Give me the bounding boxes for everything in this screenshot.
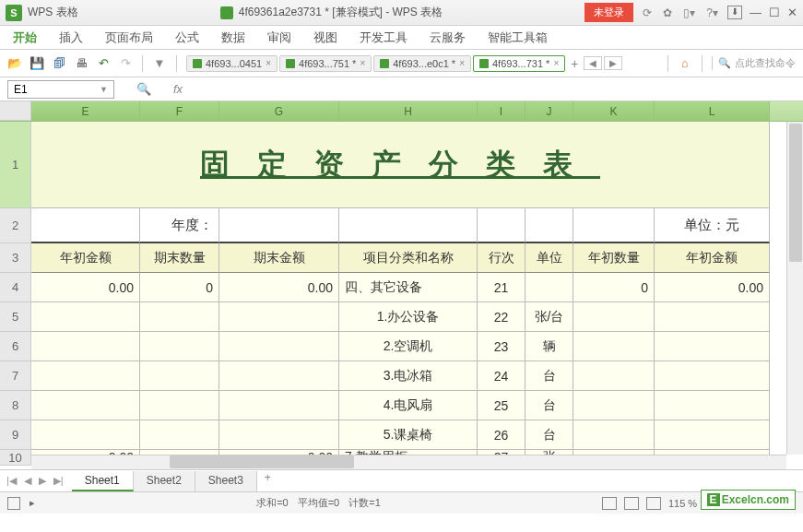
row-header-2[interactable]: 2 xyxy=(0,208,31,243)
header-H[interactable]: 项目分类和名称 xyxy=(339,243,478,273)
cell-E5[interactable] xyxy=(31,302,140,332)
cell-G2[interactable] xyxy=(219,208,339,243)
header-I[interactable]: 行次 xyxy=(478,243,525,273)
cell-F9[interactable] xyxy=(140,420,219,450)
row-header-8[interactable]: 8 xyxy=(0,391,31,420)
help-icon[interactable]: ?▾ xyxy=(706,6,718,19)
col-header-H[interactable]: H xyxy=(339,101,478,121)
view-page-icon[interactable] xyxy=(646,497,661,510)
sheet-nav-last-icon[interactable]: ▶| xyxy=(51,475,66,487)
header-J[interactable]: 单位 xyxy=(525,243,573,273)
header-K[interactable]: 年初数量 xyxy=(573,243,655,273)
login-badge[interactable]: 未登录 xyxy=(585,3,633,22)
name-box[interactable]: E1 ▼ xyxy=(7,80,114,99)
search-fx-icon[interactable]: 🔍 xyxy=(136,82,151,96)
sheet-tab-1[interactable]: Sheet1 xyxy=(72,471,134,491)
cell-H8[interactable]: 4.电风扇 xyxy=(339,391,478,420)
cell-K7[interactable] xyxy=(573,361,655,391)
dropdown-icon[interactable]: ▼ xyxy=(152,56,167,71)
cell-I4[interactable]: 21 xyxy=(478,273,525,302)
scrollbar-thumb[interactable] xyxy=(170,455,354,468)
view-layout-icon[interactable] xyxy=(624,497,639,510)
menu-tools[interactable]: 智能工具箱 xyxy=(488,30,548,46)
cell-K5[interactable] xyxy=(573,302,655,332)
sync-icon[interactable]: ⟳ xyxy=(643,6,652,19)
cell-I6[interactable]: 23 xyxy=(478,332,525,361)
cell-F6[interactable] xyxy=(140,332,219,361)
cell-J4[interactable] xyxy=(525,273,573,302)
cell-F8[interactable] xyxy=(140,391,219,420)
cell-L9[interactable] xyxy=(655,420,770,450)
gear-icon[interactable]: ✿ xyxy=(663,6,672,19)
doc-tab[interactable]: 4f693...e0c1 *× xyxy=(373,55,471,72)
grid-icon[interactable] xyxy=(7,497,20,510)
view-normal-icon[interactable] xyxy=(602,497,617,510)
row-header-3[interactable]: 3 xyxy=(0,243,31,273)
col-header-G[interactable]: G xyxy=(219,101,339,121)
cell-G4[interactable]: 0.00 xyxy=(219,273,339,302)
cell-K6[interactable] xyxy=(573,332,655,361)
row-header-7[interactable]: 7 xyxy=(0,361,31,391)
spreadsheet-grid[interactable]: E F G H I J K L 1 固定资产分类表 2 年度： 单位：元 3 年… xyxy=(0,101,803,469)
row-header-10[interactable]: 10 xyxy=(0,450,31,466)
col-header-F[interactable]: F xyxy=(140,101,219,121)
cell-G7[interactable] xyxy=(219,361,339,391)
col-header-E[interactable]: E xyxy=(31,101,140,121)
tab-close-icon[interactable]: × xyxy=(459,58,465,68)
minimize-button[interactable]: — xyxy=(750,6,762,19)
cell-F2[interactable]: 年度： xyxy=(140,208,219,243)
cell-L7[interactable] xyxy=(655,361,770,391)
tab-prev-icon[interactable]: ◀ xyxy=(584,56,602,70)
cell-I5[interactable]: 22 xyxy=(478,302,525,332)
cell-E9[interactable] xyxy=(31,420,140,450)
menu-cloud[interactable]: 云服务 xyxy=(430,30,466,46)
cell-K9[interactable] xyxy=(573,420,655,450)
header-G[interactable]: 期末金额 xyxy=(219,243,339,273)
row-header-5[interactable]: 5 xyxy=(0,302,31,332)
cell-L5[interactable] xyxy=(655,302,770,332)
cell-J9[interactable]: 台 xyxy=(525,420,573,450)
cell-J5[interactable]: 张/台 xyxy=(525,302,573,332)
cell-G5[interactable] xyxy=(219,302,339,332)
undo-icon[interactable]: ↶ xyxy=(96,56,111,71)
cell-G9[interactable] xyxy=(219,420,339,450)
cell-I9[interactable]: 26 xyxy=(478,420,525,450)
cell-G8[interactable] xyxy=(219,391,339,420)
doc-tab[interactable]: 4f693...0451× xyxy=(186,55,278,72)
menu-view[interactable]: 视图 xyxy=(313,30,337,46)
header-F[interactable]: 期末数量 xyxy=(140,243,219,273)
row-header-4[interactable]: 4 xyxy=(0,273,31,302)
cell-E4[interactable]: 0.00 xyxy=(31,273,140,302)
sheet-tab-3[interactable]: Sheet3 xyxy=(195,471,257,491)
cell-I7[interactable]: 24 xyxy=(478,361,525,391)
sheet-nav-first-icon[interactable]: |◀ xyxy=(4,475,19,487)
col-header-L[interactable]: L xyxy=(655,101,770,121)
menu-formula[interactable]: 公式 xyxy=(175,30,199,46)
menu-dev[interactable]: 开发工具 xyxy=(360,30,407,46)
scrollbar-thumb[interactable] xyxy=(789,124,802,262)
cell-I2[interactable] xyxy=(478,208,525,243)
cell-J7[interactable]: 台 xyxy=(525,361,573,391)
zoom-level[interactable]: 115 % xyxy=(668,498,697,509)
cell-F4[interactable]: 0 xyxy=(140,273,219,302)
sheet-tab-2[interactable]: Sheet2 xyxy=(134,471,195,491)
cell-H6[interactable]: 2.空调机 xyxy=(339,332,478,361)
cell-H7[interactable]: 3.电冰箱 xyxy=(339,361,478,391)
menu-insert[interactable]: 插入 xyxy=(59,30,83,46)
horizontal-scrollbar[interactable] xyxy=(31,455,786,469)
cell-I8[interactable]: 25 xyxy=(478,391,525,420)
help-menu[interactable]: ▯▾ xyxy=(683,6,695,19)
cell-L8[interactable] xyxy=(655,391,770,420)
row-header-1[interactable]: 1 xyxy=(0,122,31,208)
command-search[interactable]: 🔍 点此查找命令 xyxy=(712,56,796,70)
save-icon[interactable]: 💾 xyxy=(30,56,44,71)
cell-H2[interactable] xyxy=(339,208,478,243)
menu-data[interactable]: 数据 xyxy=(221,30,245,46)
tab-close-icon[interactable]: × xyxy=(266,58,271,68)
doc-tab-active[interactable]: 4f693...731 *× xyxy=(473,55,565,72)
menu-layout[interactable]: 页面布局 xyxy=(105,30,153,46)
col-header-I[interactable]: I xyxy=(478,101,525,121)
header-E[interactable]: 年初金额 xyxy=(31,243,140,273)
print-preview-icon[interactable]: 🗐 xyxy=(52,56,66,71)
tab-next-icon[interactable]: ▶ xyxy=(604,56,622,70)
